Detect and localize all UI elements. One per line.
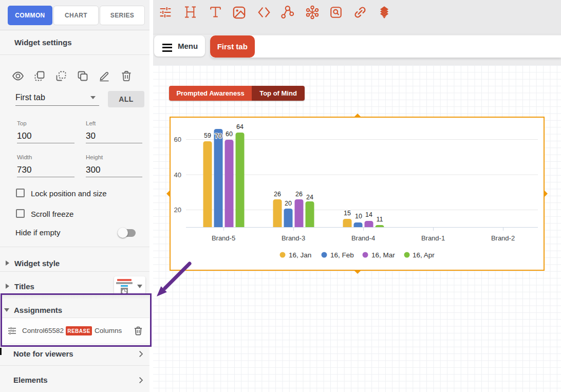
svg-text:70: 70 <box>215 133 222 140</box>
svg-text:10: 10 <box>355 213 362 220</box>
svg-text:26: 26 <box>295 191 303 198</box>
svg-text:26: 26 <box>274 191 281 198</box>
svg-text:24: 24 <box>306 194 313 201</box>
svg-text:20: 20 <box>285 200 292 207</box>
svg-text:64: 64 <box>236 123 244 130</box>
svg-text:Brand-3: Brand-3 <box>282 234 305 242</box>
svg-text:16, Apr: 16, Apr <box>413 251 435 259</box>
svg-text:16, Feb: 16, Feb <box>330 251 354 259</box>
svg-text:Brand-4: Brand-4 <box>351 234 375 242</box>
svg-text:Brand-1: Brand-1 <box>421 234 445 242</box>
svg-text:16, Mar: 16, Mar <box>371 251 395 259</box>
svg-text:20: 20 <box>174 206 181 214</box>
svg-text:60: 60 <box>174 136 181 143</box>
svg-text:11: 11 <box>377 216 383 223</box>
svg-text:Brand-2: Brand-2 <box>491 234 515 242</box>
svg-text:16, Jan: 16, Jan <box>289 251 311 259</box>
svg-text:Brand-5: Brand-5 <box>212 234 235 242</box>
svg-text:60: 60 <box>226 130 233 138</box>
svg-text:40: 40 <box>174 171 181 179</box>
svg-text:14: 14 <box>365 211 372 218</box>
svg-text:15: 15 <box>344 210 351 217</box>
svg-text:59: 59 <box>204 132 211 139</box>
